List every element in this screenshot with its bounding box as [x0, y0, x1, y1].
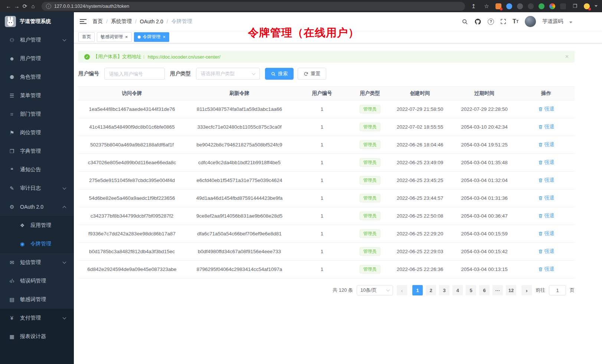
sidebar-item-error-code[interactable]: ‹/›错误码管理	[0, 272, 74, 290]
column-header: 过期时间	[451, 87, 518, 100]
page-button-2[interactable]: 2	[426, 285, 436, 295]
extension-icon[interactable]	[560, 3, 566, 9]
sidebar-item-oauth2-token[interactable]: ◉令牌管理	[0, 235, 74, 253]
share-icon[interactable]: ↥	[470, 0, 478, 12]
page-button-12[interactable]: 12	[506, 285, 516, 295]
prev-page-button[interactable]: ‹	[397, 285, 407, 295]
browser-forward-icon[interactable]: →	[13, 0, 21, 12]
tab-令牌管理[interactable]: 令牌管理×	[134, 32, 170, 42]
create-time-cell: 2022-06-25 22:29:03	[389, 243, 451, 261]
sidebar-item-notice[interactable]: ❝通知公告	[0, 161, 74, 179]
reset-button[interactable]: 重置	[298, 68, 326, 80]
page-content: ✓ 【用户体系】文档地址： https://doc.iocoder.cn/use…	[74, 43, 602, 295]
bookmark-star-icon[interactable]: ☆	[482, 0, 491, 12]
force-logout-button[interactable]: 强退	[538, 106, 554, 112]
doc-link[interactable]: https://doc.iocoder.cn/user-center/	[148, 54, 220, 60]
github-icon[interactable]	[474, 18, 481, 25]
force-logout-button[interactable]: 强退	[538, 141, 554, 148]
sidebar-item-audit-log[interactable]: ✎审计日志	[0, 179, 74, 198]
user-type-tag: 管理员	[360, 194, 380, 202]
sidebar-item-oauth2-application[interactable]: ❖应用管理	[0, 216, 74, 235]
force-logout-button[interactable]: 强退	[538, 177, 554, 183]
sidebar-toggle-icon[interactable]	[80, 19, 86, 24]
pagination-more-button[interactable]: ···	[493, 285, 503, 295]
user-name[interactable]: 芋道源码	[542, 18, 563, 25]
sidebar-item-post[interactable]: ⚑岗位管理	[0, 123, 74, 142]
site-info-icon[interactable]: i	[46, 4, 51, 9]
page-button-1[interactable]: 1	[412, 285, 423, 295]
chevron-down-icon[interactable]	[595, 5, 598, 7]
browser-refresh-icon[interactable]: ⟳	[21, 0, 29, 12]
extensions-puzzle-icon[interactable]	[549, 3, 555, 9]
table-row: 6d842e2924594de9a09e45e087323abe8796295f…	[78, 261, 575, 278]
sidebar-item-sensitive-word[interactable]: ▤敏感词管理	[0, 290, 74, 309]
extension-icon[interactable]	[528, 3, 534, 9]
user-type-cell: 管理员	[351, 261, 389, 278]
extension-icon[interactable]	[506, 3, 512, 9]
fullscreen-icon[interactable]	[500, 19, 506, 24]
extension-icon[interactable]	[539, 3, 544, 9]
extension-icon[interactable]	[495, 3, 501, 9]
force-logout-button[interactable]: 强退	[538, 266, 554, 272]
extension-icon[interactable]	[517, 3, 523, 9]
font-size-icon[interactable]: TT	[513, 18, 518, 25]
trash-icon	[538, 178, 543, 183]
sidebar-item-tenant[interactable]: ⚇租户管理	[0, 31, 74, 49]
force-logout-button[interactable]: 强退	[538, 195, 554, 201]
sidebar-item-role[interactable]: ⚉角色管理	[0, 68, 74, 86]
trash-icon	[538, 142, 543, 147]
page-button-3[interactable]: 3	[439, 285, 449, 295]
column-header: 操作	[518, 87, 575, 100]
page-button-5[interactable]: 5	[466, 285, 476, 295]
force-logout-button[interactable]: 强退	[538, 212, 554, 219]
force-logout-button[interactable]: 强退	[538, 230, 554, 237]
table-row: c347026e805e4d99b0d116eae66eda8ccdfc4ce9…	[78, 154, 575, 172]
close-icon[interactable]: ×	[163, 34, 166, 39]
page-button-6[interactable]: 6	[479, 285, 490, 295]
side-panel-icon[interactable]: ❐	[571, 0, 579, 12]
access-token-cell: 502375b8040a469a9b82188afdf6af1f	[78, 136, 186, 154]
tab-首页[interactable]: 首页	[78, 32, 95, 42]
sidebar-item-user[interactable]: ☻用户管理	[0, 49, 74, 68]
sidebar-item-payment[interactable]: ¥支付管理	[0, 309, 74, 327]
address-bar[interactable]: i 127.0.0.1:1024/system/oauth2/token	[42, 2, 465, 11]
search-icon[interactable]	[462, 19, 468, 25]
user-type-select[interactable]: 请选择用户类型	[196, 68, 260, 80]
sidebar-item-oauth2[interactable]: ⚙OAuth 2.0	[0, 198, 74, 216]
search-icon	[271, 72, 276, 76]
user-id-cell: 1	[293, 136, 351, 154]
tab-敏感词管理[interactable]: 敏感词管理×	[97, 32, 132, 42]
next-page-button[interactable]: ›	[521, 285, 532, 295]
refresh-token-cell: dfa6c71a50a54c66bef706ef9e6e8d81	[186, 225, 293, 243]
sidebar-item-report-designer[interactable]: ▦报表设计器	[0, 327, 74, 346]
goto-page-input[interactable]	[549, 285, 566, 295]
sidebar-item-dept[interactable]: ⌗部门管理	[0, 105, 74, 123]
close-icon[interactable]: ×	[125, 34, 128, 39]
browser-home-icon[interactable]: ⌂	[29, 0, 37, 12]
sidebar-item-label: 角色管理	[20, 74, 41, 80]
alert-close-icon[interactable]: ×	[565, 53, 569, 60]
active-tab-dot	[138, 36, 141, 39]
force-logout-button[interactable]: 强退	[538, 159, 554, 166]
access-token-cell: 1ea5e44f8bc1467aaede43144f31de76	[78, 100, 186, 118]
browser-back-icon[interactable]: ←	[4, 0, 13, 12]
page-button-4[interactable]: 4	[452, 285, 463, 295]
search-button[interactable]: 搜索	[265, 68, 294, 80]
chevron-down-icon[interactable]	[569, 21, 572, 23]
user-id-input[interactable]	[104, 68, 165, 80]
page-size-select[interactable]: 10条/页	[357, 285, 393, 295]
help-icon[interactable]: ?	[488, 19, 494, 25]
sidebar-item-dict[interactable]: ❐字典管理	[0, 142, 74, 161]
profile-avatar-icon[interactable]	[584, 3, 590, 9]
breadcrumb-item[interactable]: OAuth 2.0	[140, 19, 163, 24]
browser-toolbar-icons: ↥ ☆ ❐	[470, 0, 598, 12]
sidebar-item-menu[interactable]: ☰菜单管理	[0, 86, 74, 105]
force-logout-button[interactable]: 强退	[538, 123, 554, 130]
user-avatar[interactable]	[525, 16, 536, 27]
breadcrumb-item[interactable]: 首页	[92, 18, 103, 25]
force-logout-button[interactable]: 强退	[538, 248, 554, 255]
trash-icon	[538, 267, 543, 272]
sidebar-item-sms[interactable]: ✉短信管理	[0, 253, 74, 272]
column-header: 用户类型	[351, 87, 389, 100]
breadcrumb-item[interactable]: 系统管理	[111, 18, 132, 25]
